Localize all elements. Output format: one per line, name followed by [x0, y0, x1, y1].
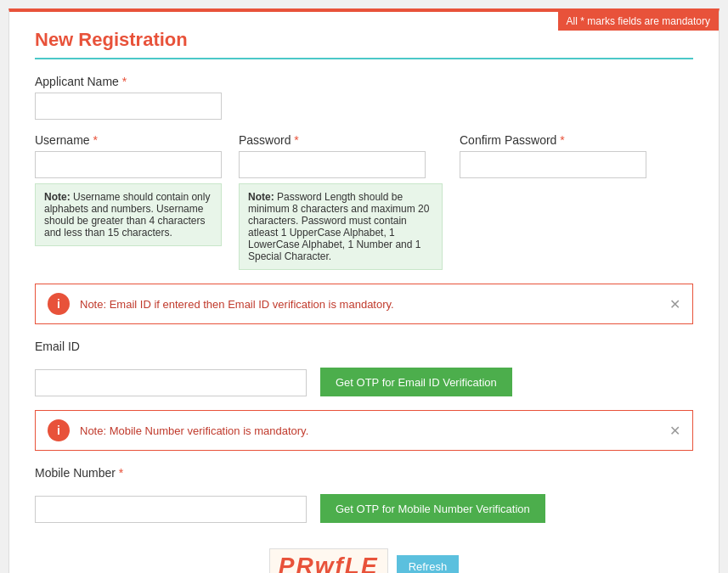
captcha-refresh-button[interactable]: Refresh — [397, 555, 460, 574]
confirm-password-group: Confirm Password * — [460, 133, 646, 178]
password-note: Note: Password Length should be minimum … — [239, 183, 443, 270]
password-input[interactable] — [239, 151, 426, 178]
captcha-text: PRwfLE — [269, 548, 388, 573]
username-group: Username * Note: Username should contain… — [35, 133, 222, 246]
email-label: Email ID — [35, 340, 693, 353]
applicant-name-input[interactable] — [35, 93, 222, 120]
mobile-alert-icon: i — [48, 419, 70, 441]
email-input-row: Get OTP for Email ID Verification — [35, 368, 693, 396]
credentials-row: Username * Note: Username should contain… — [35, 133, 693, 270]
mobile-input-row: Get OTP for Mobile Number Verification — [35, 494, 693, 523]
email-section: Email ID Get OTP for Email ID Verificati… — [35, 340, 693, 396]
email-input[interactable] — [35, 369, 307, 396]
email-alert-close-button[interactable]: ✕ — [666, 296, 684, 312]
captcha-section: PRwfLE Refresh — [35, 548, 693, 573]
email-alert-text: Note: Email ID if entered then Email ID … — [80, 298, 680, 311]
mandatory-note: All * marks fields are mandatory — [558, 12, 719, 31]
confirm-password-input[interactable] — [460, 151, 646, 178]
page-container: All * marks fields are mandatory New Reg… — [0, 0, 728, 573]
page-title: New Registration — [35, 29, 693, 59]
mobile-alert-box: i Note: Mobile Number verification is ma… — [35, 410, 693, 451]
password-label: Password * — [239, 133, 443, 147]
applicant-name-section: Applicant Name * — [35, 75, 693, 120]
form-card: All * marks fields are mandatory New Reg… — [8, 8, 720, 573]
applicant-name-group: Applicant Name * — [35, 75, 693, 120]
email-alert-icon: i — [48, 293, 70, 315]
mobile-group: Mobile Number * Get OTP for Mobile Numbe… — [35, 466, 693, 523]
email-alert-box: i Note: Email ID if entered then Email I… — [35, 284, 693, 324]
mobile-alert-close-button[interactable]: ✕ — [666, 423, 684, 439]
username-input[interactable] — [35, 151, 222, 178]
username-note: Note: Username should contain only alpha… — [35, 183, 222, 246]
mobile-alert-text: Note: Mobile Number verification is mand… — [80, 424, 680, 437]
confirm-password-label: Confirm Password * — [460, 133, 646, 147]
mobile-label: Mobile Number * — [35, 466, 693, 480]
applicant-name-label: Applicant Name * — [35, 75, 693, 88]
password-group: Password * Note: Password Length should … — [239, 133, 443, 270]
email-group: Email ID Get OTP for Email ID Verificati… — [35, 340, 693, 396]
mobile-input[interactable] — [35, 496, 307, 523]
get-otp-email-button[interactable]: Get OTP for Email ID Verification — [320, 368, 512, 396]
mobile-section: Mobile Number * Get OTP for Mobile Numbe… — [35, 466, 693, 523]
get-otp-mobile-button[interactable]: Get OTP for Mobile Number Verification — [320, 494, 545, 523]
username-label: Username * — [35, 133, 222, 147]
